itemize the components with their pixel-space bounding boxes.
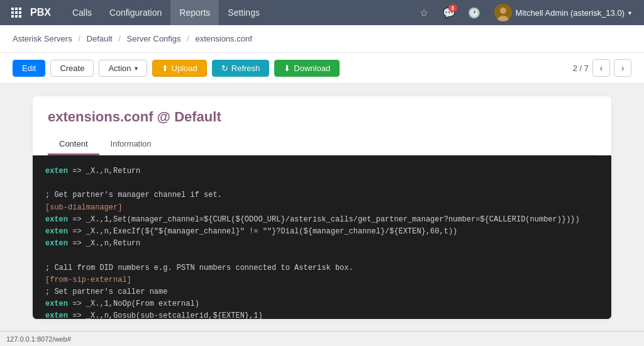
refresh-icon: ↻ [221, 64, 228, 73]
svg-point-10 [500, 8, 506, 14]
nav-settings[interactable]: Settings [219, 0, 269, 25]
svg-rect-5 [19, 11, 21, 14]
config-title-prefix: extensions.conf @ [48, 109, 174, 125]
svg-rect-0 [11, 8, 14, 10]
status-bar: 127.0.0.1:8072/web# [0, 331, 644, 332]
action-dropdown[interactable]: Action [99, 60, 147, 77]
breadcrumb-default[interactable]: Default [87, 34, 113, 43]
navbar-nav: Calls Configuration Reports Settings [64, 0, 414, 25]
breadcrumb-sep-2: / [118, 34, 121, 43]
navbar-right: ☆ 💬 3 🕐 Mitchell Admin (asterisk_13.0) ▾ [414, 0, 636, 25]
config-title: extensions.conf @ Default [48, 109, 596, 125]
breadcrumb-server-configs[interactable]: Server Configs [127, 34, 181, 43]
user-menu[interactable]: Mitchell Admin (asterisk_13.0) ▾ [489, 0, 636, 25]
tab-content[interactable]: Content [48, 134, 99, 155]
svg-rect-3 [11, 11, 14, 14]
svg-rect-4 [15, 11, 18, 14]
navbar: PBX Calls Configuration Reports Settings… [0, 0, 644, 25]
breadcrumb: Asterisk Servers / Default / Server Conf… [0, 25, 644, 53]
create-button[interactable]: Create [50, 60, 94, 77]
config-card: extensions.conf @ Default Content Inform… [33, 96, 611, 319]
breadcrumb-current: extensions.conf [195, 34, 252, 43]
action-button[interactable]: Action [99, 60, 147, 77]
tab-information[interactable]: Information [99, 134, 163, 155]
edit-button[interactable]: Edit [13, 60, 45, 77]
user-name: Mitchell Admin (asterisk_13.0) [516, 8, 625, 18]
breadcrumb-asterisk-servers[interactable]: Asterisk Servers [13, 34, 72, 43]
grid-icon[interactable] [8, 4, 25, 21]
main-content: extensions.conf @ Default Content Inform… [0, 84, 644, 332]
avatar [494, 4, 512, 21]
next-page-button[interactable]: › [614, 59, 631, 77]
page-indicator: 2 / 7 [573, 64, 589, 73]
code-content: exten => _X.,n,Return ; Get partner's ma… [45, 165, 599, 319]
tab-bar: Content Information [48, 134, 596, 155]
download-icon: ⬇ [284, 64, 291, 73]
breadcrumb-sep-3: / [187, 34, 189, 43]
config-header: extensions.conf @ Default Content Inform… [33, 96, 611, 155]
chat-badge: 3 [448, 4, 457, 12]
chat-icon-btn[interactable]: 💬 3 [439, 3, 459, 23]
svg-rect-8 [19, 15, 21, 18]
download-button[interactable]: ⬇ Download [274, 60, 340, 77]
svg-rect-2 [19, 8, 21, 10]
star-icon-btn[interactable]: ☆ [414, 3, 434, 23]
user-dropdown-icon: ▾ [628, 9, 631, 16]
breadcrumb-sep-1: / [78, 34, 80, 43]
svg-rect-6 [11, 15, 14, 18]
code-editor[interactable]: exten => _X.,n,Return ; Get partner's ma… [33, 155, 611, 319]
nav-calls[interactable]: Calls [64, 0, 101, 25]
prev-page-button[interactable]: ‹ [592, 59, 610, 77]
app-brand: PBX [30, 7, 51, 18]
upload-button[interactable]: ⬆ Upload [152, 60, 207, 77]
pagination: 2 / 7 ‹ › [573, 59, 631, 77]
nav-reports[interactable]: Reports [170, 0, 219, 25]
config-title-highlight: Default [174, 109, 221, 125]
svg-rect-1 [15, 8, 18, 10]
refresh-button[interactable]: ↻ Refresh [212, 60, 270, 77]
clock-icon-btn[interactable]: 🕐 [464, 3, 484, 23]
toolbar: Edit Create Action ⬆ Upload ↻ Refresh ⬇ … [0, 53, 644, 84]
upload-icon: ⬆ [162, 64, 169, 73]
svg-rect-7 [15, 15, 18, 18]
nav-configuration[interactable]: Configuration [101, 0, 170, 25]
